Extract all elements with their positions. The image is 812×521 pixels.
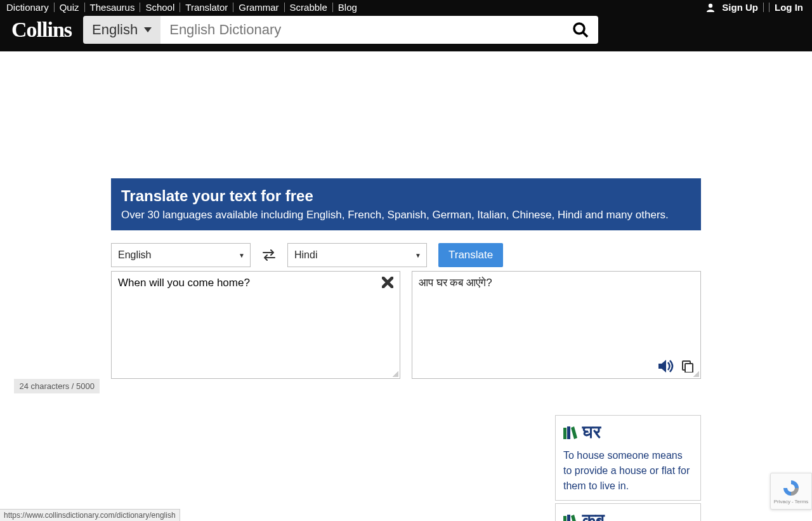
search-button[interactable] [563,21,598,39]
login-link[interactable]: Log In [769,3,803,12]
svg-point-0 [709,3,712,7]
speak-button[interactable] [658,359,675,373]
resize-handle[interactable] [693,371,699,377]
nav-translator[interactable]: Translator [180,3,233,12]
from-language-select[interactable]: English ▼ [111,243,251,267]
top-bar: Dictionary Quiz Thesaurus School Transla… [0,0,812,16]
auth-links: Sign Up Log In [702,3,806,12]
swap-icon [262,249,276,261]
search-group: English [83,16,598,44]
logo[interactable]: Collins [11,18,72,42]
resize-handle[interactable] [392,371,398,377]
search-box [160,16,598,44]
nav-scrabble[interactable]: Scrabble [285,3,333,12]
svg-line-2 [583,32,587,37]
recaptcha-icon [782,478,801,498]
caret-down-icon [144,27,152,32]
translate-button[interactable]: Translate [438,243,503,267]
status-bar-url: https://www.collinsdictionary.com/dictio… [0,509,180,521]
caret-down-icon: ▼ [239,252,245,259]
nav-thesaurus[interactable]: Thesaurus [85,3,141,12]
nav-school[interactable]: School [140,3,180,12]
svg-rect-8 [567,515,570,522]
language-selector[interactable]: English [83,16,160,44]
nav-grammar[interactable]: Grammar [233,3,284,12]
svg-point-1 [574,23,584,34]
definition-word: कब [582,510,605,521]
translator-banner: Translate your text for free Over 30 lan… [111,178,701,230]
nav-quiz[interactable]: Quiz [55,3,85,12]
input-textarea[interactable] [118,277,393,373]
signup-link[interactable]: Sign Up [702,3,769,12]
to-language-select[interactable]: Hindi ▼ [287,243,427,267]
header: Collins English [0,16,812,51]
close-icon [382,277,393,288]
copy-button[interactable] [681,360,694,373]
clear-input-button[interactable] [382,277,393,288]
recaptcha-badge[interactable]: Privacy - Terms [770,473,812,510]
svg-rect-5 [563,428,566,439]
banner-subtitle: Over 30 languages available including En… [121,209,691,221]
character-count: 24 characters / 5000 [14,379,100,393]
main-content: Translate your text for free Over 30 lan… [111,51,701,521]
search-icon [572,21,589,39]
translator-controls: English ▼ Hindi ▼ Translate [111,243,701,267]
books-icon [563,515,577,522]
svg-rect-4 [685,364,693,373]
input-pane [111,271,400,379]
svg-rect-6 [567,426,570,439]
copy-icon [681,360,694,373]
books-icon [563,426,577,439]
recaptcha-privacy[interactable]: Privacy [774,499,790,505]
language-selector-label: English [92,22,138,38]
from-language-label: English [118,249,151,261]
translator-panes: आप घर कब आएंगे? [111,271,701,379]
definition-card[interactable]: कब You use when to ask [555,503,701,521]
to-language-label: Hindi [294,249,317,261]
recaptcha-terms[interactable]: Terms [795,499,809,505]
speaker-icon [658,359,675,373]
definitions-sidebar: घर To house someone means to provide a h… [555,415,701,521]
definition-word: घर [582,422,601,443]
caret-down-icon: ▼ [415,252,421,259]
search-input[interactable] [160,22,563,38]
swap-languages-button[interactable] [262,249,276,261]
definition-card[interactable]: घर To house someone means to provide a h… [555,415,701,501]
banner-title: Translate your text for free [121,187,691,205]
output-pane: आप घर कब आएंगे? [412,271,701,379]
user-icon [707,3,714,12]
nav-blog[interactable]: Blog [333,3,362,12]
definition-text: To house someone means to provide a hous… [563,448,693,494]
output-actions [658,359,694,373]
nav-links: Dictionary Quiz Thesaurus School Transla… [6,3,362,12]
output-text: आप घर कब आएंगे? [419,277,694,289]
svg-rect-7 [563,516,566,522]
nav-dictionary[interactable]: Dictionary [6,3,55,12]
